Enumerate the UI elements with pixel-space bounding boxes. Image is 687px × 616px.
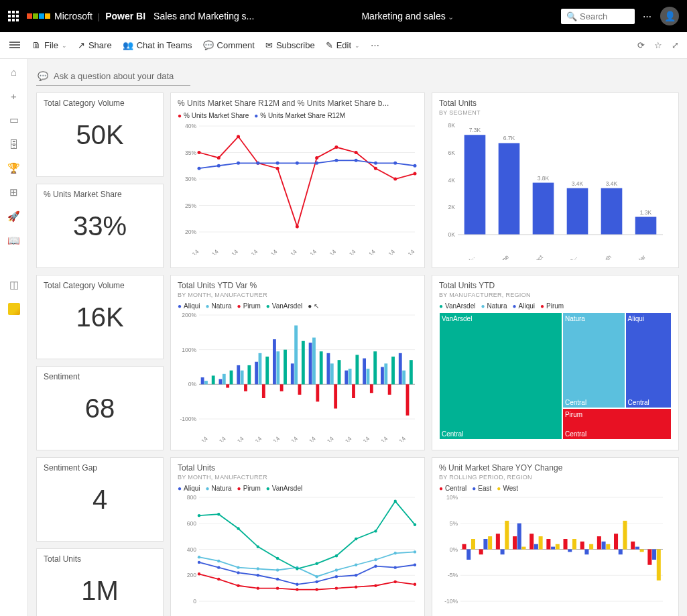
svg-point-25 [256, 162, 259, 165]
svg-text:All Sea...: All Sea... [558, 253, 578, 260]
svg-text:6K: 6K [448, 149, 456, 156]
svg-text:Sep-14: Sep-14 [339, 248, 357, 255]
svg-point-157 [355, 585, 357, 588]
share-button[interactable]: ↗ Share [78, 40, 112, 50]
apps-icon[interactable]: ⊞ [8, 186, 20, 198]
svg-point-159 [394, 580, 397, 583]
chart-total-units-segment[interactable]: Total Units BY SEGMENT 0K2K4K6K8K7.3K6.7… [432, 93, 679, 268]
svg-rect-85 [316, 384, 319, 402]
learn-icon[interactable]: 📖 [8, 235, 20, 247]
svg-text:Mar-14: Mar-14 [222, 248, 239, 255]
kpi-units-share[interactable]: % Units Market Share 33% [36, 184, 164, 268]
svg-point-128 [257, 574, 259, 576]
kpi-sentiment[interactable]: Sentiment 68 [36, 366, 164, 450]
svg-point-153 [276, 587, 279, 589]
svg-text:Feb-14: Feb-14 [202, 248, 220, 255]
svg-text:2K: 2K [448, 204, 456, 210]
legend: VanArsdel Natura Aliqui Pirum [439, 302, 672, 310]
svg-point-138 [217, 560, 220, 562]
svg-point-135 [394, 566, 397, 568]
svg-point-22 [198, 167, 201, 170]
svg-rect-245 [488, 536, 492, 549]
svg-point-139 [237, 566, 239, 568]
fullscreen-icon[interactable]: ⤢ [672, 40, 679, 50]
metrics-icon[interactable]: 🏆 [8, 162, 20, 174]
chart-units-ytd-treemap[interactable]: Total Units YTD BY MANUFACTURER, REGION … [432, 275, 679, 450]
more-options-icon[interactable]: ⋯ [643, 11, 652, 21]
svg-point-168 [335, 554, 338, 557]
svg-point-134 [374, 564, 377, 567]
svg-text:Oct-14: Oct-14 [354, 435, 371, 442]
comment-button[interactable]: 💬 Comment [203, 40, 255, 50]
kpi-total-cat-vol-1[interactable]: Total Category Volume 50K [36, 93, 164, 177]
main-area: ⌂ + ▭ 🗄 🏆 ⊞ 🚀 📖 ◫ 💬 Ask a question about… [0, 59, 687, 616]
svg-rect-227 [580, 542, 584, 550]
svg-rect-69 [241, 371, 244, 385]
subscribe-button[interactable]: ✉ Subscribe [265, 40, 315, 50]
svg-text:-10%: -10% [444, 598, 458, 605]
report-name[interactable]: Sales and Marketing s... [153, 11, 254, 21]
svg-rect-242 [635, 547, 639, 550]
svg-point-167 [315, 562, 318, 565]
user-avatar[interactable]: 👤 [660, 7, 679, 25]
legend: Central East West [439, 485, 672, 492]
svg-text:800: 800 [187, 494, 196, 501]
svg-point-129 [276, 578, 279, 580]
svg-rect-88 [370, 384, 373, 393]
data-hub-icon[interactable]: 🗄 [8, 138, 20, 150]
kpi-total-cat-vol-2[interactable]: Total Category Volume 16K [36, 275, 164, 359]
svg-rect-233 [483, 539, 487, 550]
svg-rect-228 [597, 536, 601, 549]
current-workspace-icon[interactable] [8, 303, 20, 315]
svg-point-20 [393, 178, 397, 181]
search-input[interactable] [580, 11, 633, 21]
search-icon: 🔍 [566, 11, 577, 21]
top-bar: Microsoft | Power BI Sales and Marketing… [0, 0, 687, 32]
dashboard-canvas: 💬 Ask a question about your data Total C… [28, 59, 687, 616]
svg-rect-99 [355, 355, 359, 384]
file-button[interactable]: 🗎 File ⌄ [32, 40, 67, 50]
svg-point-12 [237, 135, 240, 138]
svg-rect-89 [388, 384, 391, 395]
svg-text:0: 0 [193, 598, 196, 605]
app-launcher-icon[interactable] [8, 11, 19, 21]
svg-rect-91 [212, 375, 215, 384]
svg-point-161 [198, 514, 200, 517]
svg-rect-74 [330, 363, 334, 384]
kpi-sentiment-gap[interactable]: Sentiment Gap 4 [36, 457, 164, 542]
svg-rect-62 [327, 353, 330, 385]
refresh-icon[interactable]: ⟳ [637, 40, 645, 50]
svg-text:6.7K: 6.7K [503, 135, 515, 141]
svg-text:Dec-14: Dec-14 [389, 435, 408, 442]
svg-point-172 [414, 523, 416, 526]
svg-text:0K: 0K [448, 231, 456, 238]
plus-icon[interactable]: + [8, 90, 20, 102]
favorite-icon[interactable]: ☆ [654, 40, 662, 50]
svg-point-125 [198, 561, 200, 564]
svg-rect-73 [312, 338, 316, 385]
svg-rect-78 [402, 371, 405, 385]
chart-units-ytd-var[interactable]: Total Units YTD Var % BY MONTH, MANUFACT… [170, 275, 425, 450]
chart-yoy-change[interactable]: % Unit Market Share YOY Change BY ROLLIN… [432, 457, 679, 616]
svg-point-163 [237, 527, 239, 530]
browse-icon[interactable]: ▭ [8, 114, 20, 126]
deploy-icon[interactable]: 🚀 [8, 210, 20, 223]
qa-input[interactable]: 💬 Ask a question about your data [36, 67, 190, 86]
workspace-icon[interactable]: ◫ [8, 279, 20, 291]
home-icon[interactable]: ⌂ [8, 66, 20, 78]
chart-total-units-month[interactable]: Total Units BY MONTH, MANUFACTURER Aliqu… [170, 457, 425, 616]
svg-text:Jun-14: Jun-14 [282, 435, 300, 442]
qa-placeholder: Ask a question about your data [54, 71, 174, 81]
svg-rect-237 [551, 547, 555, 550]
svg-text:Oct-14: Oct-14 [360, 248, 377, 255]
chart-market-share-line[interactable]: % Units Market Share R12M and % Units Ma… [170, 93, 425, 268]
search-box[interactable]: 🔍 [561, 9, 635, 24]
toolbar-more-icon[interactable]: ⋯ [371, 40, 380, 50]
page-selector[interactable]: Marketing and sales [361, 11, 453, 21]
chat-button[interactable]: 👥 Chat in Teams [123, 40, 192, 50]
kpi-total-units[interactable]: Total Units 1M [36, 548, 164, 616]
svg-text:10%: 10% [446, 494, 458, 501]
svg-rect-92 [230, 371, 233, 385]
nav-toggle-icon[interactable] [9, 40, 20, 50]
edit-button[interactable]: ✎ Edit ⌄ [326, 40, 360, 50]
